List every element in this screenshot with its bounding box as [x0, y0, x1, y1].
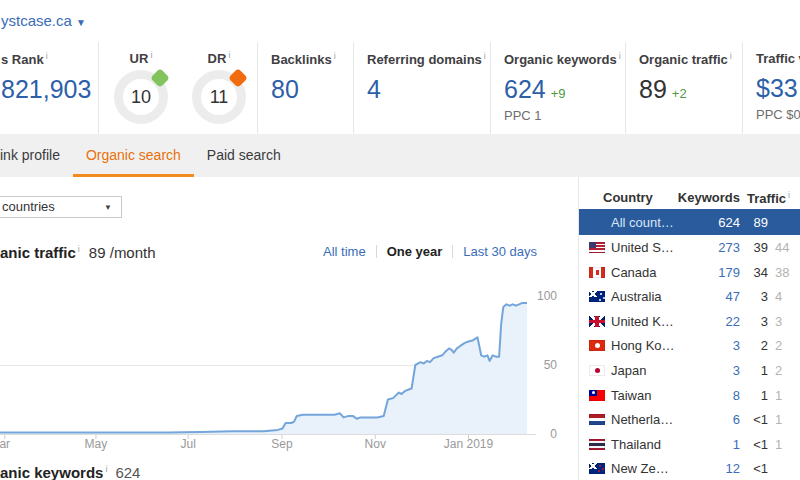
keywords-count[interactable]: 624: [718, 215, 740, 230]
x-tick-label: May: [85, 437, 108, 451]
flag-gb-icon: [589, 316, 605, 327]
ur-value: 10: [131, 87, 151, 108]
flag-nz-icon: [589, 463, 605, 474]
table-row[interactable]: Thailand1<11: [579, 432, 800, 457]
keywords-count[interactable]: 22: [726, 314, 740, 329]
traffic-count: 2: [761, 338, 768, 353]
range-one-year[interactable]: One year: [387, 244, 443, 259]
column-keywords: Keywords: [678, 190, 740, 205]
table-row[interactable]: United K…2233: [579, 309, 800, 334]
y-tick-label: 50: [544, 358, 558, 372]
traffic-count: 34: [754, 265, 768, 280]
traffic-value-amount[interactable]: $33: [756, 74, 800, 103]
organic-traffic-value: 89+2: [639, 75, 742, 104]
column-traffic: Traffici: [747, 190, 790, 206]
ahrefs-rank-value[interactable]: 821,903: [1, 75, 98, 104]
info-icon[interactable]: i: [334, 51, 336, 61]
traffic-percent: 38: [775, 265, 789, 280]
info-icon[interactable]: i: [619, 51, 621, 61]
time-range-selector: All time One year Last 30 days: [323, 244, 537, 259]
info-icon[interactable]: i: [105, 464, 107, 474]
stat-card-organic-traffic: Organic traffici 89+2: [625, 42, 742, 134]
info-icon[interactable]: i: [46, 51, 48, 61]
keywords-count[interactable]: 1: [733, 437, 740, 452]
table-row[interactable]: Hong Ko…322: [579, 333, 800, 358]
info-icon[interactable]: i: [484, 51, 486, 61]
column-country: Country: [603, 190, 653, 205]
referring-domains-value[interactable]: 4: [367, 75, 490, 104]
traffic-count: 3: [761, 289, 768, 304]
traffic-percent: 44: [775, 240, 789, 255]
table-row[interactable]: Canada1793438: [579, 260, 800, 285]
country-name: Taiwan: [611, 388, 651, 403]
flag-ca-icon: [589, 267, 605, 278]
info-icon[interactable]: i: [78, 244, 80, 254]
flag-th-icon: [589, 439, 605, 450]
range-divider: [452, 245, 453, 258]
table-row[interactable]: Netherla…6<11: [579, 407, 800, 432]
dropdown-caret-icon: ▼: [104, 197, 112, 218]
traffic-percent: 1: [775, 412, 782, 427]
keywords-count[interactable]: 3: [733, 363, 740, 378]
country-name: Japan: [611, 363, 646, 378]
traffic-count: <1: [753, 461, 768, 476]
x-tick-label: ar: [0, 437, 10, 451]
flag-jp-icon: [589, 365, 605, 376]
keywords-count[interactable]: 273: [718, 240, 740, 255]
dr-gauge: 11: [192, 70, 246, 124]
dr-gauge-group: DRi 11: [190, 50, 248, 134]
keywords-count[interactable]: 3: [733, 338, 740, 353]
organic-keywords-section-title: anic keywordsi624: [0, 464, 140, 480]
country-table: Country Keywords Traffici All count…6248…: [578, 177, 800, 480]
table-row[interactable]: All count…62489: [579, 209, 800, 235]
traffic-percent: 2: [775, 363, 782, 378]
keywords-count[interactable]: 179: [718, 265, 740, 280]
x-tick-label: Jul: [180, 437, 195, 451]
backlinks-value[interactable]: 80: [271, 75, 353, 104]
domain-name: ystcase.ca: [1, 12, 72, 29]
country-name: Hong Ko…: [611, 338, 675, 353]
y-tick-label: 0: [550, 427, 557, 441]
chart-subtitle: 89 /month: [89, 244, 156, 261]
ur-badge-icon: [150, 68, 170, 88]
table-row[interactable]: United S…2733944: [579, 235, 800, 260]
country-filter-dropdown[interactable]: countries ▼: [0, 196, 122, 218]
range-last-30-days[interactable]: Last 30 days: [463, 244, 537, 259]
keywords-delta: +9: [551, 86, 566, 101]
range-all-time[interactable]: All time: [323, 244, 366, 259]
keywords-count[interactable]: 12: [726, 461, 740, 476]
organic-traffic-chart: arMayJulSepNovJan 2019050100: [0, 280, 562, 455]
traffic-percent: 2: [775, 338, 782, 353]
table-row[interactable]: New Ze…12<1: [579, 456, 800, 480]
organic-keywords-value[interactable]: 624+9: [504, 75, 625, 104]
range-divider: [376, 245, 377, 258]
x-tick-label: Jan 2019: [444, 437, 494, 451]
info-icon[interactable]: i: [150, 50, 152, 60]
country-name: United S…: [611, 240, 674, 255]
flag-hk-icon: [589, 340, 605, 351]
info-icon[interactable]: i: [730, 51, 732, 61]
info-icon[interactable]: i: [228, 50, 230, 60]
tab-backlink-profile[interactable]: ink profile: [0, 134, 73, 177]
stat-label: Traffic va: [756, 51, 800, 66]
traffic-count: 89: [754, 215, 768, 230]
stat-label: Backlinksi: [271, 51, 353, 67]
traffic-count: 1: [761, 363, 768, 378]
info-icon[interactable]: i: [788, 190, 790, 200]
country-table-header: Country Keywords Traffici: [579, 190, 800, 206]
chart-header: anic traffici89 /month All time One year…: [0, 243, 537, 263]
keywords-count[interactable]: 8: [733, 388, 740, 403]
table-row[interactable]: Australia4734: [579, 284, 800, 309]
flag-us-icon: [589, 242, 605, 253]
table-row[interactable]: Japan312: [579, 358, 800, 383]
traffic-count: 3: [761, 314, 768, 329]
y-tick-label: 100: [537, 289, 557, 303]
keywords-count[interactable]: 47: [726, 289, 740, 304]
tab-organic-search[interactable]: Organic search: [73, 134, 194, 177]
stat-card-ahrefs-rank: s Ranki 821,903: [0, 42, 98, 134]
x-tick-label: Nov: [365, 437, 386, 451]
tab-paid-search[interactable]: Paid search: [194, 134, 294, 177]
table-row[interactable]: Taiwan811: [579, 383, 800, 408]
domain-selector[interactable]: ystcase.ca▼: [1, 12, 86, 29]
keywords-count[interactable]: 6: [733, 412, 740, 427]
